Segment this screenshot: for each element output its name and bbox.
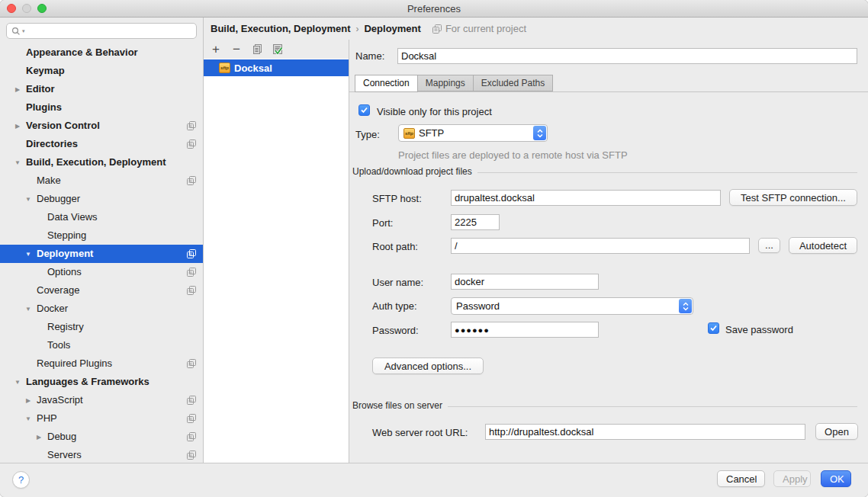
section-divider xyxy=(477,172,857,173)
shared-settings-badge-icon xyxy=(187,121,196,130)
save-password-checkbox[interactable] xyxy=(708,322,719,334)
test-sftp-connection-button[interactable]: Test SFTP connection... xyxy=(729,189,857,206)
copy-server-button[interactable] xyxy=(250,43,264,56)
collapse-arrow-icon[interactable]: ▼ xyxy=(23,300,34,319)
sidebar-item-label: Debugger xyxy=(37,193,80,204)
name-label: Name: xyxy=(355,50,384,62)
port-label: Port: xyxy=(372,217,393,229)
ok-button[interactable]: OK xyxy=(821,470,851,487)
shared-settings-badge-icon xyxy=(187,286,196,295)
tabstrip-divider xyxy=(349,91,868,92)
sidebar-item-docker[interactable]: ▼Docker xyxy=(0,300,203,318)
collapse-arrow-icon[interactable]: ▼ xyxy=(12,154,23,172)
sidebar-item-stepping[interactable]: Stepping xyxy=(0,226,203,245)
breadcrumb: Build, Execution, Deployment › Deploymen… xyxy=(204,18,868,40)
type-label: Type: xyxy=(355,129,380,140)
help-button[interactable]: ? xyxy=(12,471,30,489)
sidebar-item-label: Required Plugins xyxy=(37,358,112,369)
sidebar-item-php[interactable]: ▼PHP xyxy=(0,409,203,428)
sidebar-item-label: Coverage xyxy=(37,284,79,296)
password-input[interactable] xyxy=(451,322,599,338)
sidebar-item-debug[interactable]: ▶Debug xyxy=(0,428,203,446)
open-button[interactable]: Open xyxy=(815,423,858,440)
collapse-arrow-icon[interactable]: ▼ xyxy=(12,374,23,392)
scope-label: For current project xyxy=(445,23,526,34)
checkmark-icon xyxy=(360,106,368,114)
shared-settings-badge-icon xyxy=(187,396,196,405)
add-server-button[interactable]: + xyxy=(209,43,223,56)
web-root-input[interactable] xyxy=(485,424,805,440)
user-name-input[interactable] xyxy=(451,274,599,290)
sidebar-item-coverage[interactable]: Coverage xyxy=(0,281,203,300)
type-help-text: Project files are deployed to a remote h… xyxy=(398,149,628,161)
sidebar-item-data-views[interactable]: Data Views xyxy=(0,208,203,226)
sidebar-item-label: JavaScript xyxy=(37,394,83,406)
sidebar-item-label: Docker xyxy=(37,303,68,314)
expand-arrow-icon[interactable]: ▶ xyxy=(12,81,23,99)
collapse-arrow-icon[interactable]: ▼ xyxy=(23,245,34,264)
sidebar-item-debugger[interactable]: ▼Debugger xyxy=(0,190,203,208)
web-root-label: Web server root URL: xyxy=(372,427,468,438)
shared-settings-badge-icon xyxy=(187,432,196,441)
server-list-panel: + − xyxy=(204,40,349,463)
browse-root-path-button[interactable]: ... xyxy=(758,238,780,253)
type-select[interactable]: sftp SFTP xyxy=(398,124,548,142)
auth-type-select[interactable]: Password xyxy=(451,297,693,315)
sidebar-item-deployment[interactable]: ▼Deployment xyxy=(0,245,203,263)
use-as-default-button[interactable] xyxy=(271,43,285,56)
apply-button[interactable]: Apply xyxy=(773,470,811,487)
sidebar-item-languages-frameworks[interactable]: ▼Languages & Frameworks xyxy=(0,373,203,391)
expand-arrow-icon[interactable]: ▶ xyxy=(23,392,34,410)
sidebar-item-build-execution-deployment[interactable]: ▼Build, Execution, Deployment xyxy=(0,153,203,172)
search-input[interactable]: ▾ xyxy=(6,23,197,39)
tab-mappings[interactable]: Mappings xyxy=(417,75,474,91)
search-filter-caret-icon[interactable]: ▾ xyxy=(22,28,25,34)
sidebar-item-editor[interactable]: ▶Editor xyxy=(0,80,203,98)
tabstrip: Connection Mappings Excluded Paths xyxy=(355,75,553,92)
shared-settings-badge-icon xyxy=(187,139,196,149)
server-toolbar: + − xyxy=(204,40,349,59)
server-list-item-docksal[interactable]: sftp Docksal xyxy=(204,59,349,76)
server-list: sftp Docksal xyxy=(204,59,349,463)
sidebar-item-options[interactable]: Options xyxy=(0,263,203,281)
expand-arrow-icon[interactable]: ▶ xyxy=(12,117,23,136)
shared-settings-badge-icon xyxy=(187,176,196,185)
autodetect-button[interactable]: Autodetect xyxy=(789,237,857,254)
breadcrumb-item-deployment[interactable]: Deployment xyxy=(364,23,420,34)
sidebar-item-plugins[interactable]: Plugins xyxy=(0,98,203,117)
sidebar-item-version-control[interactable]: ▶Version Control xyxy=(0,117,203,135)
sidebar-item-tools[interactable]: Tools xyxy=(0,336,203,354)
sftp-host-input[interactable] xyxy=(451,190,721,206)
tab-connection[interactable]: Connection xyxy=(355,75,418,92)
name-input[interactable] xyxy=(397,48,857,64)
sidebar-item-directories[interactable]: Directories xyxy=(0,135,203,153)
cancel-button[interactable]: Cancel xyxy=(717,470,765,487)
sidebar-item-make[interactable]: Make xyxy=(0,172,203,190)
sidebar-item-appearance-behavior[interactable]: Appearance & Behavior xyxy=(0,43,203,62)
visible-only-checkbox[interactable] xyxy=(358,104,370,116)
expand-arrow-icon[interactable]: ▶ xyxy=(34,428,44,447)
sidebar-item-required-plugins[interactable]: Required Plugins xyxy=(0,354,203,373)
type-select-value: SFTP xyxy=(419,127,444,139)
breadcrumb-item-build-execution-deployment[interactable]: Build, Execution, Deployment xyxy=(211,23,350,34)
sidebar-item-keymap[interactable]: Keymap xyxy=(0,62,203,80)
shared-settings-badge-icon xyxy=(187,414,196,423)
sidebar-item-registry[interactable]: Registry xyxy=(0,318,203,336)
root-path-label: Root path: xyxy=(372,241,418,252)
port-input[interactable] xyxy=(451,214,500,230)
sftp-host-label: SFTP host: xyxy=(372,193,422,204)
tab-excluded-paths[interactable]: Excluded Paths xyxy=(473,75,553,91)
copy-icon xyxy=(252,43,263,55)
sidebar-item-servers[interactable]: Servers xyxy=(0,446,203,463)
sidebar-item-label: Servers xyxy=(47,449,82,460)
sidebar-item-label: Appearance & Behavior xyxy=(26,46,138,58)
sidebar-item-label: Make xyxy=(37,175,61,186)
sidebar-item-javascript[interactable]: ▶JavaScript xyxy=(0,391,203,409)
root-path-input[interactable] xyxy=(451,238,750,254)
advanced-options-button[interactable]: Advanced options... xyxy=(372,358,484,374)
remove-server-button[interactable]: − xyxy=(230,43,243,56)
collapse-arrow-icon[interactable]: ▼ xyxy=(23,410,34,428)
collapse-arrow-icon[interactable]: ▼ xyxy=(23,191,34,209)
server-name: Docksal xyxy=(234,63,272,74)
sftp-file-icon: sftp xyxy=(219,63,230,73)
